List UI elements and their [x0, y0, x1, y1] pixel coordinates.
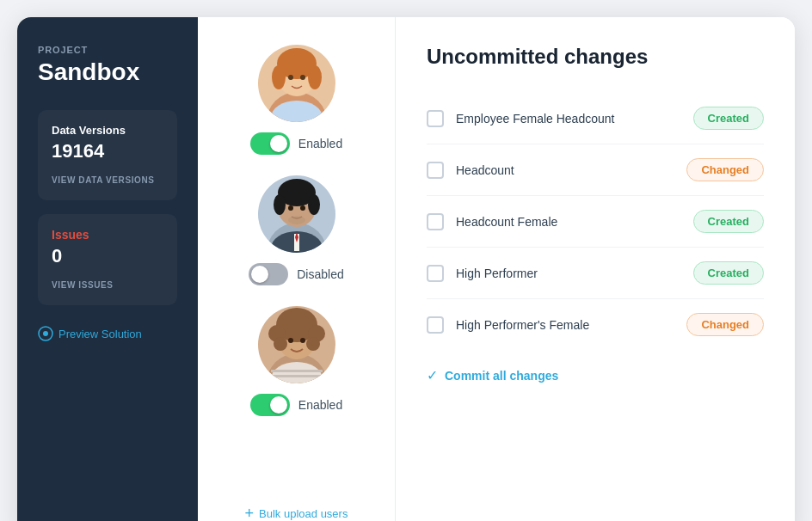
toggle-3[interactable]	[250, 394, 290, 416]
bulk-upload-plus-icon: +	[245, 506, 255, 521]
change-name-2: Headcount	[456, 163, 674, 177]
data-versions-card: Data Versions 19164 VIEW DATA VERSIONS	[38, 110, 177, 200]
preview-solution-link[interactable]: Preview Solution	[38, 326, 177, 341]
preview-icon	[38, 326, 53, 341]
svg-point-28	[288, 338, 293, 343]
project-name: Sandbox	[38, 58, 177, 86]
issues-card: Issues 0 VIEW ISSUES	[38, 214, 177, 305]
svg-point-26	[274, 337, 287, 351]
sidebar: PROJECT Sandbox Data Versions 19164 VIEW…	[17, 17, 198, 521]
view-data-versions-link[interactable]: VIEW DATA VERSIONS	[52, 175, 155, 185]
svg-point-29	[300, 338, 305, 343]
avatar-3	[258, 306, 335, 383]
svg-point-16	[300, 205, 305, 211]
change-item-5: High Performer's Female Changed	[427, 299, 764, 350]
user-item-3: Enabled	[215, 306, 378, 416]
toggle-row-3: Enabled	[250, 394, 342, 416]
view-issues-link[interactable]: VIEW ISSUES	[52, 280, 114, 290]
checkbox-4[interactable]	[427, 265, 444, 282]
change-name-4: High Performer	[456, 267, 681, 280]
change-name-3: Headcount Female	[456, 215, 681, 229]
svg-point-13	[274, 194, 286, 215]
svg-point-17	[288, 216, 305, 224]
bulk-upload-button[interactable]: + Bulk upload users	[245, 492, 348, 521]
toggle-label-3: Enabled	[298, 398, 342, 412]
svg-point-1	[43, 331, 48, 336]
toggle-2[interactable]	[249, 263, 288, 285]
checkbox-1[interactable]	[427, 110, 444, 127]
commit-row[interactable]: ✓ Commit all changes	[427, 367, 764, 383]
panel-title: Uncommitted changes	[427, 45, 764, 69]
change-item-2: Headcount Changed	[427, 144, 764, 196]
svg-point-7	[288, 75, 293, 80]
toggle-label-1: Enabled	[298, 137, 342, 150]
issues-label: Issues	[52, 228, 163, 242]
status-badge-5: Changed	[686, 313, 764, 336]
svg-point-14	[308, 194, 320, 215]
status-badge-3: Created	[693, 210, 764, 233]
middle-panel: Enabled	[198, 17, 396, 521]
change-item-3: Headcount Female Created	[427, 196, 764, 248]
preview-label: Preview Solution	[58, 328, 142, 340]
toggle-row-2: Disabled	[249, 263, 343, 285]
avatar-1	[258, 45, 335, 122]
toggle-1[interactable]	[250, 132, 290, 155]
commit-check-icon: ✓	[427, 367, 438, 383]
changes-list: Employee Female Headcount Created Headco…	[427, 93, 764, 350]
svg-point-8	[300, 75, 305, 80]
change-item-4: High Performer Created	[427, 248, 764, 299]
svg-point-5	[272, 65, 286, 89]
svg-rect-32	[271, 375, 323, 377]
user-item-1: Enabled	[215, 45, 378, 155]
change-item-1: Employee Female Headcount Created	[427, 93, 764, 144]
status-badge-4: Created	[693, 261, 764, 285]
issues-count: 0	[52, 245, 163, 267]
checkbox-3[interactable]	[427, 213, 444, 230]
data-versions-value: 19164	[52, 140, 163, 162]
commit-label: Commit all changes	[445, 369, 558, 383]
checkbox-2[interactable]	[427, 162, 444, 179]
project-label: PROJECT	[38, 45, 177, 55]
right-panel: Uncommitted changes Employee Female Head…	[396, 17, 795, 521]
checkbox-5[interactable]	[427, 316, 444, 334]
app-container: PROJECT Sandbox Data Versions 19164 VIEW…	[17, 17, 795, 521]
svg-rect-31	[271, 370, 323, 372]
toggle-label-2: Disabled	[297, 267, 343, 281]
svg-point-27	[306, 337, 320, 351]
svg-point-15	[288, 205, 293, 211]
change-name-1: Employee Female Headcount	[456, 112, 681, 126]
status-badge-1: Created	[693, 107, 764, 130]
svg-point-6	[308, 65, 322, 89]
status-badge-2: Changed	[686, 158, 764, 181]
user-item-2: Disabled	[215, 175, 378, 285]
data-versions-title: Data Versions	[52, 124, 163, 137]
change-name-5: High Performer's Female	[456, 318, 674, 332]
bulk-upload-label: Bulk upload users	[259, 507, 348, 520]
avatar-2	[258, 175, 335, 253]
toggle-row-1: Enabled	[250, 132, 342, 155]
